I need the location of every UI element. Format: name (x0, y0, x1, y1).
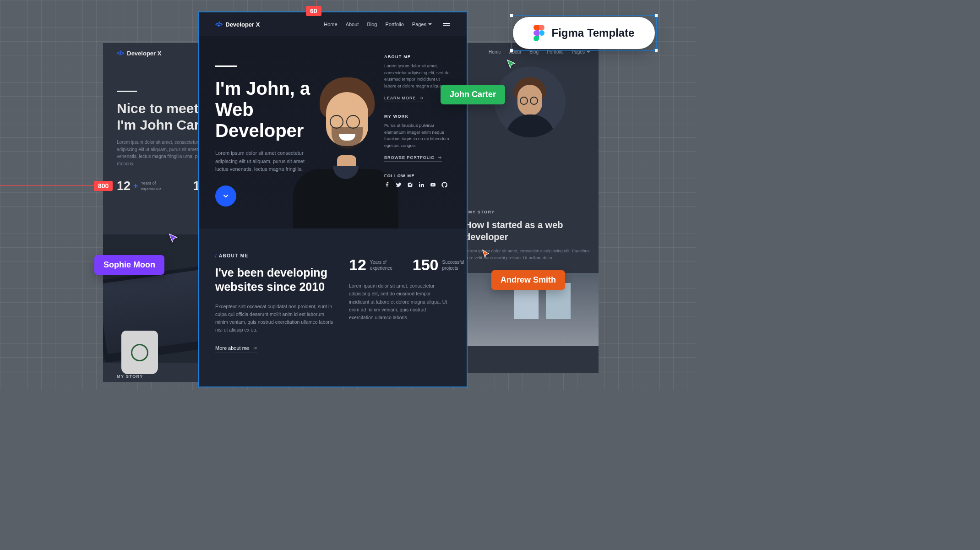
section-title: How I started as a web developer (465, 219, 591, 243)
work-text: Purus ut faucibus pulvinar elementum int… (384, 122, 453, 149)
figma-logo-icon (534, 25, 544, 41)
collaborator-label-purple: Sophie Moon (94, 255, 164, 275)
browse-portfolio-link[interactable]: BROWSE PORTFOLIO (384, 155, 442, 162)
stat-years: 12 + Years ofexperience (117, 179, 161, 193)
youtube-icon[interactable] (430, 182, 436, 188)
nav-about[interactable]: About (346, 22, 359, 27)
nav-home[interactable]: Home (489, 49, 501, 54)
hero-section: I'm John, a Web Developer Lorem ipsum do… (199, 36, 467, 229)
instagram-icon[interactable] (407, 182, 413, 188)
section-body-right: Lorem ipsum dolor sit amet, consectetur … (349, 282, 450, 322)
arrow-right-icon (437, 155, 442, 160)
arrow-right-icon (419, 96, 424, 100)
svg-rect-5 (419, 184, 420, 187)
nav-about[interactable]: About (509, 49, 521, 54)
horizontal-guide (0, 185, 94, 186)
hero-title: I'm John, a Web Developer (215, 78, 344, 141)
scroll-down-button[interactable] (215, 185, 236, 207)
collaborator-label-orange: Andrew Smith (491, 270, 565, 290)
accent-bar (215, 65, 237, 67)
follow-heading: FOLLOW ME (384, 174, 453, 178)
dimension-badge-left: 800 (94, 181, 113, 191)
github-icon[interactable] (441, 182, 447, 188)
nav-pages[interactable]: Pages (572, 49, 590, 54)
nav-home[interactable]: Home (324, 22, 337, 27)
section-title: I've been developing websites since 2010 (215, 266, 334, 294)
figma-pill-label: Figma Template (552, 27, 635, 39)
brand-text: Developer X (225, 21, 260, 28)
brand-icon: </> (117, 49, 123, 57)
collaborator-cursor-green (506, 59, 516, 71)
collaborator-label-green: John Carter (441, 85, 505, 104)
nav-pages[interactable]: Pages (412, 22, 432, 27)
main-selected-frame[interactable]: </> Developer X Home About Blog Portfoli… (198, 11, 468, 387)
learn-more-link[interactable]: LEARN MORE (384, 96, 424, 102)
collaborator-cursor-orange (481, 249, 491, 261)
hero-subtitle: Lorem ipsum dolor sit amet consectetur a… (215, 149, 316, 174)
section-kicker: ABOUT ME (215, 253, 334, 258)
brand-icon: </> (215, 21, 222, 28)
svg-point-3 (409, 184, 411, 185)
stat-projects: 150 Successfulprojects (413, 256, 464, 274)
svg-point-6 (419, 182, 420, 183)
caret-down-icon (587, 51, 590, 54)
about-section: ABOUT ME I've been developing websites s… (199, 229, 467, 387)
section-kicker: MY STORY (465, 210, 591, 214)
twitter-icon[interactable] (396, 182, 402, 188)
nav-portfolio[interactable]: Portfolio (385, 22, 403, 27)
menu-icon[interactable] (443, 23, 450, 26)
brand-text: Developer X (127, 50, 161, 57)
facebook-icon[interactable] (384, 182, 390, 188)
collaborator-cursor-purple (168, 233, 178, 245)
more-about-link[interactable]: More about me (215, 345, 257, 353)
dimension-badge-top: 60 (306, 6, 321, 16)
caret-down-icon (428, 23, 432, 27)
chevron-down-icon (222, 192, 230, 200)
nav-portfolio[interactable]: Portfolio (547, 49, 564, 54)
stat-years: 12 Years ofexperience (349, 256, 392, 274)
work-heading: MY WORK (384, 114, 453, 119)
figma-template-pill[interactable]: Figma Template (513, 17, 655, 49)
accent-bar (117, 91, 137, 92)
about-heading: ABOUT ME (384, 54, 453, 59)
svg-point-4 (411, 183, 412, 184)
linkedin-icon[interactable] (419, 182, 425, 188)
brand[interactable]: </> Developer X (215, 21, 260, 28)
section-body: Excepteur sint occaecat cupidatat non pr… (215, 303, 334, 334)
nav-blog[interactable]: Blog (367, 22, 377, 27)
brand[interactable]: </> Developer X (117, 49, 161, 57)
nav-blog[interactable]: Blog (529, 49, 539, 54)
arrow-right-icon (253, 346, 257, 350)
site-navbar: </> Developer X Home About Blog Portfoli… (199, 12, 467, 36)
